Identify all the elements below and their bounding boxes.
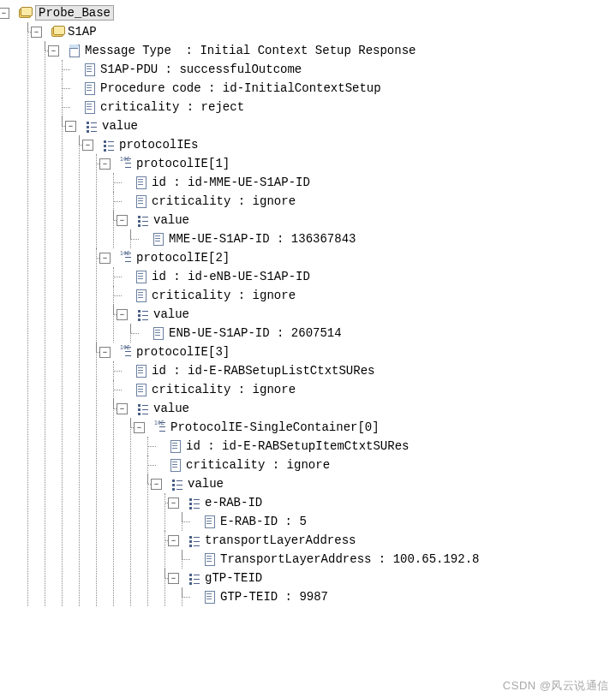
list-icon — [85, 119, 99, 133]
node-protocolies[interactable]: −protocolIEs−protocolIE[1]id : id-MME-UE… — [72, 135, 616, 606]
leaf-ie2-crit: criticality : ignore — [106, 286, 616, 305]
collapse-icon[interactable]: − — [168, 535, 179, 546]
leaf-procedure-code: Procedure code : id-InitialContextSetup — [55, 79, 616, 98]
node-ie3-value-label: value — [153, 402, 189, 415]
leaf-enb-ue-s1ap-id: ENB-UE-S1AP-ID : 2607514 — [123, 324, 616, 343]
expander-placeholder — [117, 385, 126, 395]
page-icon — [135, 364, 148, 378]
folder-icon — [51, 25, 64, 39]
leaf-mme-ue-s1ap-id-label: MME-UE-S1AP-ID : 136367843 — [169, 232, 356, 246]
leaf-sc-crit: criticality : ignore — [141, 456, 616, 474]
numbered-list-icon — [119, 157, 133, 170]
node-protocolie-3-label: protocolIE[3] — [136, 345, 230, 359]
collapse-icon[interactable]: − — [82, 140, 93, 151]
page-icon — [169, 439, 182, 453]
node-single-container[interactable]: −ProtocolIE-SingleContainer[0]id : id-E-… — [123, 418, 616, 606]
node-ie3-value[interactable]: −value−ProtocolIE-SingleContainer[0]id :… — [106, 399, 616, 606]
page-icon — [135, 176, 148, 189]
folder-icon — [18, 6, 32, 20]
list-icon — [188, 496, 201, 509]
leaf-transport: TransportLayerAddress : 100.65.192.8 — [175, 550, 616, 569]
page-icon — [203, 515, 217, 528]
expander-placeholder — [117, 178, 126, 188]
leaf-sc-crit-label: criticality : ignore — [186, 458, 330, 472]
node-gtp-teid[interactable]: −gTP-TEIDGTP-TEID : 9987 — [158, 569, 616, 606]
list-icon — [136, 307, 150, 321]
node-erab-id[interactable]: −e-RAB-IDE-RAB-ID : 5 — [158, 493, 616, 531]
page-icon — [203, 590, 217, 604]
leaf-ie1-id-label: id : id-MME-UE-S1AP-ID — [152, 176, 310, 189]
node-sc-value[interactable]: −value−e-RAB-IDE-RAB-ID : 5−transportLay… — [141, 474, 616, 606]
node-protocolie-2[interactable]: −protocolIE[2]id : id-eNB-UE-S1AP-IDcrit… — [89, 248, 616, 343]
list-icon — [136, 402, 150, 415]
collapse-icon[interactable]: − — [0, 8, 9, 19]
node-ie1-value-label: value — [153, 213, 189, 227]
leaf-ie3-crit-label: criticality : ignore — [152, 383, 296, 396]
collapse-icon[interactable]: − — [134, 422, 145, 433]
page-icon — [83, 81, 97, 95]
leaf-gtp-teid-label: GTP-TEID : 9987 — [220, 590, 328, 604]
expander-placeholder — [117, 197, 126, 206]
leaf-mme-ue-s1ap-id: MME-UE-S1AP-ID : 136367843 — [123, 229, 616, 248]
list-icon — [170, 477, 184, 491]
root-probe-base[interactable]: −Probe_Base−S1AP−Message Type : Initial … — [3, 3, 616, 606]
node-message-type[interactable]: −Message Type : Initial Context Setup Re… — [38, 41, 616, 606]
numbered-list-icon — [153, 420, 167, 434]
node-s1ap[interactable]: −S1AP−Message Type : Initial Context Set… — [21, 22, 616, 606]
node-single-container-label: ProtocolIE-SingleContainer[0] — [170, 420, 380, 434]
leaf-s1ap-pdu-label: S1AP-PDU : successfulOutcome — [100, 63, 302, 76]
list-icon — [188, 533, 201, 547]
expander-placeholder — [65, 65, 75, 74]
collapse-icon[interactable]: − — [31, 27, 42, 38]
collapse-icon[interactable]: − — [168, 573, 179, 584]
collapse-icon[interactable]: − — [168, 497, 179, 509]
list-icon — [102, 138, 116, 152]
expander-placeholder — [117, 272, 126, 282]
node-ie1-value[interactable]: −valueMME-UE-S1AP-ID : 136367843 — [106, 211, 616, 248]
list-icon — [136, 213, 150, 227]
node-ie2-value[interactable]: −valueENB-UE-S1AP-ID : 2607514 — [106, 305, 616, 343]
leaf-criticality-top-label: criticality : reject — [100, 100, 244, 114]
collapse-icon[interactable]: − — [117, 403, 128, 414]
page-icon — [169, 458, 182, 472]
node-protocolies-label: protocolIEs — [119, 138, 198, 152]
page-icon — [152, 232, 165, 246]
collapse-icon[interactable]: − — [99, 253, 111, 264]
page-icon — [135, 270, 148, 283]
leaf-ie2-crit-label: criticality : ignore — [152, 289, 296, 302]
protocol-tree[interactable]: −Probe_Base−S1AP−Message Type : Initial … — [0, 0, 616, 615]
collapse-icon[interactable]: − — [151, 479, 162, 490]
node-transport[interactable]: −transportLayerAddressTransportLayerAddr… — [158, 531, 616, 569]
expander-placeholder — [117, 366, 126, 376]
leaf-ie1-crit-label: criticality : ignore — [152, 194, 296, 208]
collapse-icon[interactable]: − — [65, 121, 76, 132]
leaf-sc-id: id : id-E-RABSetupItemCtxtSURes — [141, 437, 616, 456]
leaf-sc-id-label: id : id-E-RABSetupItemCtxtSURes — [186, 439, 409, 453]
page-icon — [83, 63, 97, 76]
numbered-list-icon — [119, 345, 133, 359]
node-protocolie-3[interactable]: −protocolIE[3]id : id-E-RABSetupListCtxt… — [89, 343, 616, 606]
collapse-icon[interactable]: − — [48, 45, 59, 57]
leaf-s1ap-pdu: S1AP-PDU : successfulOutcome — [55, 60, 616, 79]
numbered-list-icon — [119, 251, 133, 265]
node-sc-value-label: value — [188, 477, 224, 491]
page-icon — [135, 194, 148, 208]
collapse-icon[interactable]: − — [99, 347, 111, 358]
expander-placeholder — [185, 517, 194, 527]
expander-placeholder — [117, 291, 126, 301]
node-message-type-label: Message Type : Initial Context Setup Res… — [85, 44, 416, 57]
page-icon — [83, 100, 97, 114]
collapse-icon[interactable]: − — [117, 215, 128, 226]
expander-placeholder — [65, 103, 75, 112]
node-value-top[interactable]: −value−protocolIEs−protocolIE[1]id : id-… — [55, 116, 616, 606]
collapse-icon[interactable]: − — [99, 158, 111, 170]
list-icon — [188, 571, 201, 585]
leaf-ie1-id: id : id-MME-UE-S1AP-ID — [106, 173, 616, 192]
leaf-erab-id-label: E-RAB-ID : 5 — [220, 515, 307, 528]
expander-placeholder — [151, 461, 160, 470]
node-protocolie-1[interactable]: −protocolIE[1]id : id-MME-UE-S1AP-IDcrit… — [89, 154, 616, 248]
expander-placeholder — [134, 329, 143, 338]
node-s1ap-label: S1AP — [68, 25, 97, 39]
collapse-icon[interactable]: − — [117, 309, 128, 320]
node-ie2-value-label: value — [153, 307, 189, 321]
